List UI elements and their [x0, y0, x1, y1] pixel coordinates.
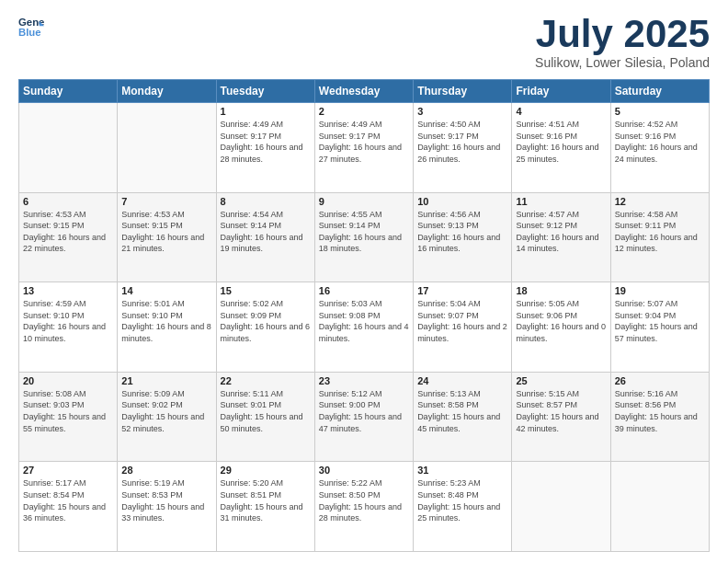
sunrise-text: Sunrise: 5:22 AM [319, 477, 409, 489]
daylight-text: Daylight: 16 hours and 16 minutes. [417, 232, 507, 255]
day-number: 26 [615, 375, 705, 386]
table-row: 16Sunrise: 5:03 AMSunset: 9:08 PMDayligh… [314, 282, 413, 373]
day-number: 3 [417, 106, 507, 117]
sunset-text: Sunset: 9:17 PM [319, 131, 409, 143]
sunset-text: Sunset: 9:01 PM [221, 399, 311, 411]
day-number: 27 [23, 465, 113, 476]
sunrise-text: Sunrise: 4:57 AM [516, 209, 606, 221]
day-number: 22 [221, 375, 311, 386]
sunrise-text: Sunrise: 5:09 AM [121, 388, 211, 400]
calendar-week-row: 1Sunrise: 4:49 AMSunset: 9:17 PMDaylight… [19, 103, 710, 193]
sunset-text: Sunset: 9:10 PM [23, 310, 113, 322]
table-row: 11Sunrise: 4:57 AMSunset: 9:12 PMDayligh… [512, 192, 610, 282]
day-number: 23 [319, 375, 409, 386]
daylight-text: Daylight: 15 hours and 33 minutes. [121, 501, 211, 524]
calendar-week-row: 27Sunrise: 5:17 AMSunset: 8:54 PMDayligh… [19, 462, 710, 552]
day-info: Sunrise: 4:53 AMSunset: 9:15 PMDaylight:… [121, 209, 211, 255]
table-row: 21Sunrise: 5:09 AMSunset: 9:02 PMDayligh… [118, 372, 216, 462]
table-row [19, 103, 118, 193]
sunrise-text: Sunrise: 5:15 AM [516, 388, 606, 400]
daylight-text: Daylight: 16 hours and 4 minutes. [319, 321, 409, 344]
table-row: 12Sunrise: 4:58 AMSunset: 9:11 PMDayligh… [610, 192, 709, 282]
day-number: 1 [221, 106, 311, 117]
table-row: 14Sunrise: 5:01 AMSunset: 9:10 PMDayligh… [118, 282, 216, 373]
sunset-text: Sunset: 8:48 PM [417, 489, 507, 501]
sunrise-text: Sunrise: 5:03 AM [319, 298, 409, 310]
sunset-text: Sunset: 9:06 PM [516, 310, 606, 322]
daylight-text: Daylight: 16 hours and 18 minutes. [319, 232, 409, 255]
day-info: Sunrise: 4:53 AMSunset: 9:15 PMDaylight:… [23, 209, 113, 255]
day-info: Sunrise: 5:22 AMSunset: 8:50 PMDaylight:… [319, 477, 409, 523]
sunset-text: Sunset: 8:54 PM [23, 489, 113, 501]
day-info: Sunrise: 5:17 AMSunset: 8:54 PMDaylight:… [23, 477, 113, 523]
table-row: 22Sunrise: 5:11 AMSunset: 9:01 PMDayligh… [216, 372, 314, 462]
day-number: 14 [121, 285, 211, 296]
day-info: Sunrise: 5:13 AMSunset: 8:58 PMDaylight:… [417, 388, 507, 434]
sunset-text: Sunset: 8:56 PM [615, 399, 705, 411]
day-info: Sunrise: 5:12 AMSunset: 9:00 PMDaylight:… [319, 388, 409, 434]
daylight-text: Daylight: 15 hours and 36 minutes. [23, 501, 113, 524]
daylight-text: Daylight: 16 hours and 2 minutes. [417, 321, 507, 344]
daylight-text: Daylight: 15 hours and 57 minutes. [615, 321, 705, 344]
daylight-text: Daylight: 16 hours and 22 minutes. [23, 232, 113, 255]
sunrise-text: Sunrise: 4:59 AM [23, 298, 113, 310]
table-row [610, 462, 709, 552]
daylight-text: Daylight: 16 hours and 6 minutes. [221, 321, 311, 344]
sunset-text: Sunset: 9:14 PM [221, 220, 311, 232]
daylight-text: Daylight: 15 hours and 50 minutes. [221, 411, 311, 434]
sunrise-text: Sunrise: 4:54 AM [221, 209, 311, 221]
day-number: 11 [516, 196, 606, 207]
table-row: 30Sunrise: 5:22 AMSunset: 8:50 PMDayligh… [314, 462, 413, 552]
header-sunday: Sunday [19, 80, 118, 103]
day-info: Sunrise: 4:51 AMSunset: 9:16 PMDaylight:… [516, 119, 606, 165]
table-row: 31Sunrise: 5:23 AMSunset: 8:48 PMDayligh… [414, 462, 512, 552]
day-number: 9 [319, 196, 409, 207]
day-number: 25 [516, 375, 606, 386]
table-row: 25Sunrise: 5:15 AMSunset: 8:57 PMDayligh… [512, 372, 610, 462]
daylight-text: Daylight: 15 hours and 25 minutes. [417, 501, 507, 524]
sunrise-text: Sunrise: 5:04 AM [417, 298, 507, 310]
table-row: 13Sunrise: 4:59 AMSunset: 9:10 PMDayligh… [19, 282, 118, 373]
header-thursday: Thursday [414, 80, 512, 103]
day-number: 17 [417, 285, 507, 296]
daylight-text: Daylight: 16 hours and 24 minutes. [615, 142, 705, 165]
table-row: 26Sunrise: 5:16 AMSunset: 8:56 PMDayligh… [610, 372, 709, 462]
sunset-text: Sunset: 9:16 PM [615, 131, 705, 143]
day-info: Sunrise: 4:49 AMSunset: 9:17 PMDaylight:… [319, 119, 409, 165]
sunrise-text: Sunrise: 5:12 AM [319, 388, 409, 400]
daylight-text: Daylight: 16 hours and 27 minutes. [319, 142, 409, 165]
sunset-text: Sunset: 9:03 PM [23, 399, 113, 411]
sunset-text: Sunset: 9:11 PM [615, 220, 705, 232]
table-row: 9Sunrise: 4:55 AMSunset: 9:14 PMDaylight… [314, 192, 413, 282]
sunset-text: Sunset: 8:57 PM [516, 399, 606, 411]
day-number: 7 [121, 196, 211, 207]
table-row: 17Sunrise: 5:04 AMSunset: 9:07 PMDayligh… [414, 282, 512, 373]
daylight-text: Daylight: 15 hours and 47 minutes. [319, 411, 409, 434]
day-info: Sunrise: 4:55 AMSunset: 9:14 PMDaylight:… [319, 209, 409, 255]
daylight-text: Daylight: 16 hours and 26 minutes. [417, 142, 507, 165]
table-row [512, 462, 610, 552]
day-info: Sunrise: 5:23 AMSunset: 8:48 PMDaylight:… [417, 477, 507, 523]
sunrise-text: Sunrise: 5:16 AM [615, 388, 705, 400]
day-info: Sunrise: 5:08 AMSunset: 9:03 PMDaylight:… [23, 388, 113, 434]
day-info: Sunrise: 4:56 AMSunset: 9:13 PMDaylight:… [417, 209, 507, 255]
logo: General Blue [18, 15, 44, 40]
day-number: 2 [319, 106, 409, 117]
month-title: July 2025 [535, 15, 710, 53]
day-info: Sunrise: 5:04 AMSunset: 9:07 PMDaylight:… [417, 298, 507, 344]
sunrise-text: Sunrise: 5:02 AM [221, 298, 311, 310]
sunrise-text: Sunrise: 5:23 AM [417, 477, 507, 489]
day-info: Sunrise: 4:59 AMSunset: 9:10 PMDaylight:… [23, 298, 113, 344]
sunrise-text: Sunrise: 4:49 AM [221, 119, 311, 131]
weekday-header-row: Sunday Monday Tuesday Wednesday Thursday… [19, 80, 710, 103]
daylight-text: Daylight: 15 hours and 52 minutes. [121, 411, 211, 434]
header-monday: Monday [118, 80, 216, 103]
day-number: 21 [121, 375, 211, 386]
table-row: 19Sunrise: 5:07 AMSunset: 9:04 PMDayligh… [610, 282, 709, 373]
table-row: 4Sunrise: 4:51 AMSunset: 9:16 PMDaylight… [512, 103, 610, 193]
sunset-text: Sunset: 8:58 PM [417, 399, 507, 411]
sunset-text: Sunset: 9:12 PM [516, 220, 606, 232]
sunset-text: Sunset: 9:00 PM [319, 399, 409, 411]
sunrise-text: Sunrise: 5:17 AM [23, 477, 113, 489]
sunrise-text: Sunrise: 5:20 AM [221, 477, 311, 489]
